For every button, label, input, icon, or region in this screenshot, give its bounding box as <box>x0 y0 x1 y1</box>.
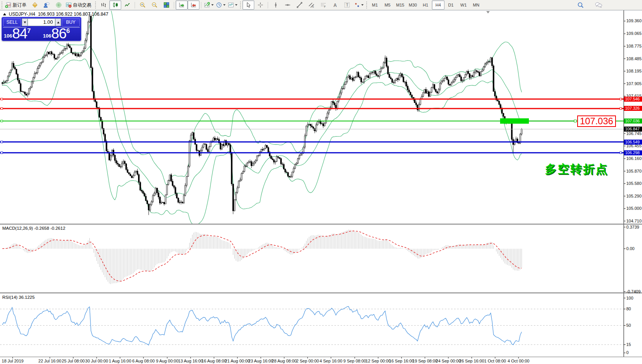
time-label: 9 Aug 00:00 <box>156 359 179 363</box>
dropdown-caret-icon <box>211 4 214 6</box>
candlestick-chart-button[interactable] <box>109 0 121 10</box>
macd-tick: 0.00 <box>626 246 634 251</box>
new-order-icon <box>5 2 12 8</box>
trendline-button[interactable] <box>293 0 305 10</box>
label-button[interactable]: T <box>341 0 353 10</box>
buy-price-pip: 6 <box>66 27 70 35</box>
volume-input[interactable]: 1.00 <box>28 18 55 26</box>
sell-price-base: 106 <box>4 33 12 39</box>
macd-tick: 0.3739 <box>626 225 639 230</box>
svg-text:A: A <box>333 3 337 8</box>
time-label: 25 Jul 08:00 <box>62 359 85 363</box>
cursor-button[interactable] <box>242 0 254 10</box>
candlestick-chart-icon <box>112 2 119 8</box>
dropdown-caret-icon <box>235 4 237 6</box>
time-label: 26 Sep 16:00 <box>459 359 484 363</box>
ohlc-values: 106.903 106.922 106.807 106.847 <box>38 12 109 17</box>
timeframe-m1-button[interactable]: M1 <box>369 0 381 10</box>
new-order-label: 新订单 <box>13 2 26 8</box>
tile-windows-icon <box>163 2 170 8</box>
zoom-in-button[interactable] <box>137 0 148 10</box>
toolbar-grip <box>240 2 241 8</box>
time-label: 4 Oct 00:00 <box>508 359 530 363</box>
sell-price-pip: 7 <box>27 27 31 35</box>
chevron-down-icon <box>24 21 26 23</box>
channel-button[interactable]: E <box>305 0 317 10</box>
timeframe-m5-button[interactable]: M5 <box>381 0 394 10</box>
price-tick: 108.485 <box>626 56 642 61</box>
price-tick: 105.580 <box>626 181 642 186</box>
sell-price[interactable]: 106847 <box>4 27 31 40</box>
fibonacci-button[interactable]: F <box>317 0 329 10</box>
buy-button[interactable]: BUY <box>62 18 80 26</box>
vertical-line-button[interactable] <box>270 0 281 10</box>
sell-price-big: 84 <box>12 27 27 40</box>
timeframe-h4-button[interactable]: H4 <box>432 0 444 10</box>
price-line-badge: 107.036 <box>624 119 642 124</box>
zoom-out-button[interactable] <box>148 0 160 10</box>
timeframe-mn-button[interactable]: MN <box>470 0 482 10</box>
arrows-button[interactable] <box>353 0 365 10</box>
account-icon <box>43 2 50 8</box>
text-icon: A <box>332 2 338 8</box>
bar-chart-button[interactable] <box>97 0 109 10</box>
turning-point-annotation[interactable]: 多空转折点 <box>545 161 608 177</box>
timeframe-w1-button[interactable]: W1 <box>457 0 470 10</box>
volume-increase-button[interactable] <box>55 18 61 26</box>
channel-icon: E <box>308 2 314 8</box>
time-label: 18 Jul 2019 <box>2 359 24 363</box>
price-tick: 109.065 <box>626 31 642 36</box>
timeframe-m15-button[interactable]: M15 <box>394 0 407 10</box>
bar-chart-icon <box>100 2 107 8</box>
price-tick: 106.160 <box>626 156 642 161</box>
periods-button[interactable] <box>215 0 227 10</box>
time-label: 22 Jul 16:00 <box>38 359 61 363</box>
time-label: 2 Sep 00:00 <box>296 359 319 363</box>
timeframe-d1-button[interactable]: D1 <box>444 0 457 10</box>
new-order-button[interactable]: 新订单 <box>4 0 29 10</box>
sell-button[interactable]: SELL <box>3 18 21 26</box>
price-tick: 104.710 <box>626 219 642 224</box>
signals-icon <box>56 2 62 8</box>
templates-button[interactable] <box>227 0 239 10</box>
price-tick: 108.775 <box>626 44 642 49</box>
price-tick: 105.290 <box>626 194 642 199</box>
macd-tick: -0.7409 <box>626 289 640 294</box>
autotrading-button[interactable]: 自动交易 <box>64 0 94 10</box>
autotrading-label: 自动交易 <box>73 2 91 8</box>
quotes-button[interactable] <box>29 0 41 10</box>
text-button[interactable]: A <box>329 0 341 10</box>
buy-price[interactable]: 106866 <box>43 27 70 40</box>
line-chart-button[interactable] <box>121 0 133 10</box>
templates-icon <box>228 2 234 8</box>
chat-button[interactable] <box>593 0 604 10</box>
collapse-panel-icon[interactable] <box>3 13 6 15</box>
dropdown-caret-icon <box>361 4 364 6</box>
tile-windows-button[interactable] <box>160 0 172 10</box>
account-button[interactable] <box>41 0 53 10</box>
cursor-icon <box>245 2 252 8</box>
signals-button[interactable] <box>53 0 64 10</box>
zoom-in-icon <box>140 2 146 8</box>
price-callout-box[interactable]: 107.036 <box>577 115 616 127</box>
crosshair-button[interactable] <box>254 0 266 10</box>
time-label: 21 Aug 00:00 <box>225 359 250 363</box>
auto-scroll-icon <box>179 2 185 8</box>
arrows-icon <box>354 2 360 8</box>
toolbar-separator <box>201 2 201 8</box>
horizontal-line-button[interactable] <box>281 0 293 10</box>
auto-scroll-button[interactable] <box>176 0 188 10</box>
toolbar-separator <box>268 2 268 8</box>
buy-price-base: 106 <box>43 33 51 39</box>
svg-text:E: E <box>312 5 314 8</box>
search-button[interactable] <box>575 0 586 10</box>
price-tick: 106.745 <box>626 131 642 136</box>
current-price-badge: 106.847 <box>624 127 642 132</box>
timeframe-h1-button[interactable]: H1 <box>419 0 432 10</box>
periods-icon <box>216 2 222 8</box>
chart-shift-button[interactable] <box>188 0 199 10</box>
timeframe-m30-button[interactable]: M30 <box>407 0 419 10</box>
time-label: 9 Sep 08:00 <box>343 359 366 363</box>
volume-decrease-button[interactable] <box>22 18 28 26</box>
indicators-button[interactable] <box>203 0 215 10</box>
